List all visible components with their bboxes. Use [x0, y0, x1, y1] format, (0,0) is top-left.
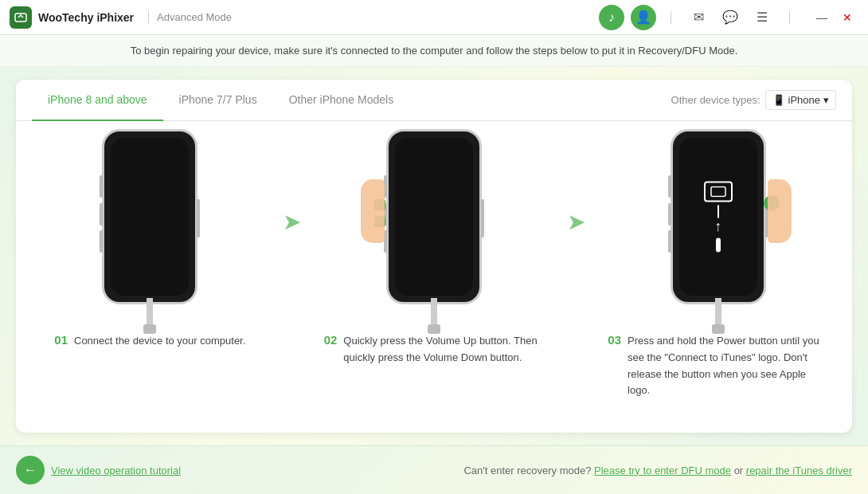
title-separator — [148, 11, 149, 24]
btn-power-2 — [481, 199, 484, 237]
user-icon-btn[interactable]: 👤 — [631, 5, 656, 30]
device-type-selector: Other device types: 📱 iPhone ▾ — [671, 90, 836, 110]
btn-vol-down — [100, 230, 103, 253]
steps-area: 01 Connect the device to your computer. … — [16, 121, 852, 433]
device-icon: 📱 — [772, 94, 785, 106]
btn-vol-up — [100, 203, 103, 225]
up-arrow-icon: ↑ — [714, 218, 721, 235]
instruction-text: To begin repairing your device, make sur… — [131, 45, 738, 57]
step1-num: 01 — [54, 333, 68, 347]
svg-rect-1 — [711, 187, 725, 197]
tab-iphone8[interactable]: iPhone 8 and above — [32, 80, 163, 121]
phone-notch-2 — [418, 138, 450, 144]
content-card: iPhone 8 and above iPhone 7/7 Plus Other… — [16, 80, 852, 433]
btn-vol-up-3 — [668, 203, 671, 225]
cable-connector — [717, 206, 719, 218]
chevron-down-icon: ▾ — [823, 94, 829, 106]
btn-power — [197, 199, 200, 237]
footer-right: Can't enter recovery mode? Please try to… — [463, 465, 852, 476]
btn-mute-3 — [668, 175, 671, 198]
step3-desc: 03 Press and hold the Power button until… — [600, 333, 836, 399]
chat-icon-btn[interactable]: 💬 — [717, 5, 743, 30]
btn-vol-down-3 — [668, 230, 671, 253]
back-arrow-icon: ← — [24, 463, 37, 477]
menu-icon-btn[interactable]: ☰ — [749, 5, 775, 30]
main-content: iPhone 8 and above iPhone 7/7 Plus Other… — [0, 67, 868, 445]
device-selected: iPhone — [788, 94, 820, 106]
steps-row: 01 Connect the device to your computer. … — [32, 129, 836, 420]
footer: ← View video operation tutorial Can't en… — [0, 445, 868, 494]
arrow-1: ➤ — [268, 129, 316, 235]
phone-screen-3: ↑ — [679, 138, 757, 296]
hand-right-3 — [768, 179, 792, 243]
arrow-2: ➤ — [552, 129, 600, 235]
step-1: 01 Connect the device to your computer. — [32, 129, 268, 350]
step2-text: Quickly press the Volume Up button. Then… — [343, 333, 544, 367]
close-btn[interactable]: ✕ — [836, 6, 858, 29]
step2-phone — [370, 129, 498, 320]
cable-plug-2 — [428, 324, 440, 334]
arrow-right-1: ➤ — [283, 209, 301, 235]
message-icon-btn[interactable]: ✉ — [686, 5, 711, 30]
app-logo — [10, 6, 32, 29]
tab-other[interactable]: Other iPhone Models — [273, 80, 410, 121]
step-2: 02 Quickly press the Volume Up button. T… — [316, 129, 553, 367]
cable-plug-3 — [712, 324, 725, 334]
cable-plug-1 — [143, 324, 156, 334]
arrow-right-2: ➤ — [567, 209, 585, 235]
cant-enter-text: Can't enter recovery mode? — [463, 465, 591, 476]
step2-num: 02 — [324, 333, 338, 347]
hand-left-2 — [361, 179, 385, 243]
cable-2 — [431, 298, 437, 326]
step-3: ↑ — [600, 129, 836, 399]
back-circle: ← — [16, 456, 45, 484]
itunes-link[interactable]: repair the iTunes driver — [746, 465, 852, 476]
phone-notch-1 — [134, 138, 166, 144]
titlebar: WooTechy iPhixer Advanced Mode ♪ 👤 ✉ 💬 ☰… — [0, 0, 868, 35]
titlebar-right: ♪ 👤 ✉ 💬 ☰ — ✕ — [599, 5, 858, 30]
tab-iphone7[interactable]: iPhone 7/7 Plus — [163, 80, 273, 121]
itunes-connect-icon: ↑ — [704, 182, 733, 253]
back-button[interactable]: ← View video operation tutorial — [16, 456, 181, 484]
dfu-link[interactable]: Please try to enter DFU mode — [594, 465, 731, 476]
step2-desc: 02 Quickly press the Volume Up button. T… — [316, 333, 553, 367]
btn-mute — [100, 175, 103, 198]
sep2 — [671, 11, 671, 24]
phone-screen-1 — [111, 138, 189, 296]
mode-label: Advanced Mode — [157, 11, 232, 23]
step3-text: Press and hold the Power button until yo… — [628, 333, 828, 399]
step1-desc: 01 Connect the device to your computer. — [46, 333, 253, 350]
device-type-dropdown[interactable]: 📱 iPhone ▾ — [765, 90, 836, 110]
app-title: WooTechy iPhixer — [38, 11, 134, 24]
cable-1 — [147, 298, 153, 326]
tabs: iPhone 8 and above iPhone 7/7 Plus Other… — [16, 80, 852, 121]
phone-notch-3 — [702, 138, 734, 144]
cable-body — [716, 238, 721, 253]
cable-3 — [715, 298, 721, 326]
window-controls: — ✕ — [811, 6, 858, 29]
step1-phone — [86, 129, 213, 320]
music-icon-btn[interactable]: ♪ — [599, 5, 624, 30]
device-type-label: Other device types: — [671, 94, 760, 106]
sep3 — [789, 11, 790, 24]
step1-text: Connect the device to your computer. — [74, 333, 245, 350]
step3-num: 03 — [608, 333, 621, 347]
monitor-icon — [704, 182, 733, 202]
back-label: View video operation tutorial — [51, 465, 181, 476]
instruction-bar: To begin repairing your device, make sur… — [0, 35, 868, 67]
phone-screen-2 — [395, 138, 473, 296]
step3-phone: ↑ — [655, 129, 782, 320]
minimize-btn[interactable]: — — [811, 6, 833, 29]
or-text: or — [734, 465, 744, 476]
